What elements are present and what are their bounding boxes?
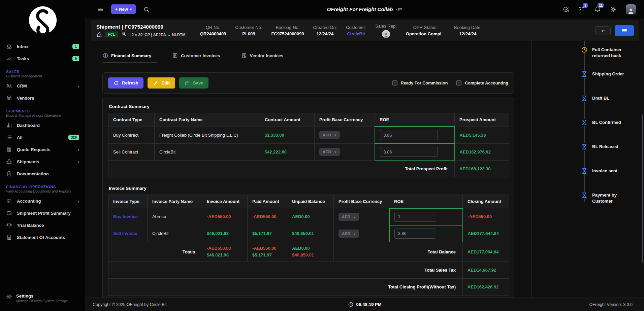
checkbox-ready-for-commission[interactable]: Ready For Commission <box>392 80 448 85</box>
topbar: + New▾ OFreight For Freight Collab 8 11 <box>85 0 644 19</box>
tab-bar: Financial SummaryCustomer InvoicesVendor… <box>102 53 514 63</box>
settings-text: Settings Manage OFreight System Settings <box>16 293 68 303</box>
prospect-amount-cell: AED5,145.38 <box>455 127 509 143</box>
shipment-header-buttons <box>595 25 634 36</box>
sidebar-item-vendors[interactable]: Vendors <box>0 92 85 104</box>
invoice-summary-table: Invoice TypeInvoice Party NameInvoice Am… <box>108 195 509 296</box>
roe-cell <box>389 208 463 225</box>
footer-version: OFreight Version: 3.0.0 <box>589 302 633 307</box>
theme-toggle-sun-icon[interactable] <box>610 6 617 13</box>
sidebar-item-shipment-profit-summary[interactable]: Shipment Profit Summary <box>0 207 85 219</box>
tab-financial-summary[interactable]: Financial Summary <box>102 53 157 63</box>
timeline-item-bl-confirmed: BL Confirmed <box>581 119 644 143</box>
approve-check-icon[interactable] <box>562 6 569 13</box>
field-label: Customer: <box>346 25 366 30</box>
hourglass-icon <box>581 143 588 150</box>
roe-input[interactable] <box>380 147 438 157</box>
sidebar-item-documentation[interactable]: Documentation <box>0 168 85 180</box>
notifications-indicator[interactable]: 11 <box>594 5 601 13</box>
sidebar-item-settings[interactable]: Settings Manage OFreight System Settings <box>0 289 85 307</box>
back-button[interactable] <box>595 26 611 35</box>
save-button[interactable]: Save <box>179 77 208 89</box>
settings-subtitle: Manage OFreight System Settings <box>16 299 68 303</box>
field-value[interactable]: CircleBit <box>346 31 366 36</box>
shipment-title-block: Shipment | FC97524000099 FCL | 2 × 20' G… <box>96 24 197 37</box>
chart-icon <box>6 122 12 128</box>
invoice-party-cell: CircleBit <box>148 225 202 242</box>
total-balance-value: AED177,094.84 <box>463 242 509 262</box>
column-header: Prospect Amount <box>455 113 509 127</box>
sidebar-item-dashboard[interactable]: Dashboard <box>0 119 85 131</box>
person-icon <box>627 7 635 14</box>
hamburger-menu-icon[interactable] <box>97 6 104 13</box>
field-label: Created On: <box>313 25 337 30</box>
scrollbar-thumb[interactable] <box>642 114 643 263</box>
sidebar-item-tasks[interactable]: Tasks9 <box>0 53 85 65</box>
sidebar-item-trial-balance[interactable]: Trial Balance <box>0 219 85 231</box>
invoice-type-link[interactable]: Buy Invoice <box>113 214 138 219</box>
user-avatar[interactable] <box>626 4 636 14</box>
sidebar-item-label: Inbox <box>17 44 29 49</box>
field-value: 12/24/24 <box>313 31 337 36</box>
sidebar-item-inbox[interactable]: Inbox1 <box>0 40 85 53</box>
checkbox-box <box>456 80 461 85</box>
contract-amount-cell: $42,222.00 <box>260 143 315 160</box>
sidebar-item-crm[interactable]: CRM› <box>0 80 85 92</box>
sidebar-item-accounting[interactable]: Accounting› <box>0 195 85 207</box>
count-badge: 320 <box>68 135 79 140</box>
column-header: Profit Base Currency <box>334 195 389 208</box>
tab-customer-invoices[interactable]: Customer Invoices <box>172 53 225 63</box>
roe-input[interactable] <box>394 212 436 222</box>
shipment-header: Shipment | FC97524000099 FCL | 2 × 20' G… <box>91 20 639 41</box>
total-prospect-profit-value: AED168,122.30 <box>455 160 509 177</box>
vinvoice-icon <box>241 53 247 59</box>
search-icon[interactable] <box>143 6 150 13</box>
field-value: QR24000409 <box>200 31 226 36</box>
edit-button[interactable]: Edit <box>148 77 175 89</box>
sidebar-item-statement-of-accounts[interactable]: Statement Of Accounts <box>0 231 85 243</box>
summary-row-value: AED162,426.92 <box>463 279 509 296</box>
invoice-type-link[interactable]: Sell Invoice <box>113 231 137 236</box>
new-button[interactable]: + New▾ <box>111 4 136 14</box>
users-icon <box>6 83 12 89</box>
shipment-title: Shipment | FC97524000099 <box>96 24 197 30</box>
refresh-button[interactable]: Refresh <box>108 77 143 89</box>
person-icon <box>383 32 389 38</box>
footer-clock: 06:48:19 PM <box>348 302 381 307</box>
roe-input[interactable] <box>394 229 436 239</box>
contract-type-cell: Buy Contract <box>108 127 155 143</box>
sidebar-item-label: Quote Requests <box>17 147 51 152</box>
field-value: FC97524000099 <box>271 31 304 36</box>
header-menu-button[interactable] <box>615 25 634 36</box>
quote-icon <box>6 146 12 152</box>
total-row: Total Prospect ProfitAED168,122.30 <box>108 160 509 177</box>
timeline-label: Draft BL <box>592 95 609 101</box>
invoice-party-cell: Abreco <box>148 208 202 225</box>
amount-line: $5,171.97 <box>252 252 282 258</box>
field-label: QR No: <box>200 25 226 30</box>
roe-input[interactable] <box>380 130 438 140</box>
sidebar-item-shipments[interactable]: Shipments› <box>0 156 85 168</box>
tab-label: Financial Summary <box>111 53 151 58</box>
tasks-indicator[interactable]: 8 <box>578 5 585 13</box>
timeline-label: Full Container returned back <box>592 47 633 59</box>
chevron-down-icon: ∨ <box>353 215 356 218</box>
column-header: Closing Amount <box>463 195 509 208</box>
list-icon <box>6 134 12 140</box>
sidebar-item-label: Vendors <box>17 96 34 101</box>
hourglass-icon <box>581 168 588 174</box>
sidebar-item-quote-requests[interactable]: Quote Requests› <box>0 143 85 156</box>
timeline-item-draft-bl: Draft BL <box>581 95 644 119</box>
checkbox-complete-accounting[interactable]: Complete Accounting <box>456 80 508 85</box>
shipment-header-fields: QR No:QR24000409Customer No:PL009Booking… <box>200 24 482 38</box>
header-field-customer: Customer:CircleBit <box>346 25 366 36</box>
totals-row: Totals-AED550.00$46,021.98-AED550.00$5,1… <box>108 242 509 262</box>
summary-row-label: Total Sales Tax <box>108 262 463 279</box>
section-subtitle: Business Management <box>0 74 85 80</box>
checkbox-box <box>392 80 397 85</box>
sidebar-item-all[interactable]: All320 <box>0 131 85 143</box>
chevron-down-icon: ∨ <box>334 133 336 137</box>
tab-vendor-invoices[interactable]: Vendor Invoices <box>241 53 289 63</box>
invoice-icon <box>172 53 178 59</box>
currency-select: AED∨ <box>319 148 340 156</box>
